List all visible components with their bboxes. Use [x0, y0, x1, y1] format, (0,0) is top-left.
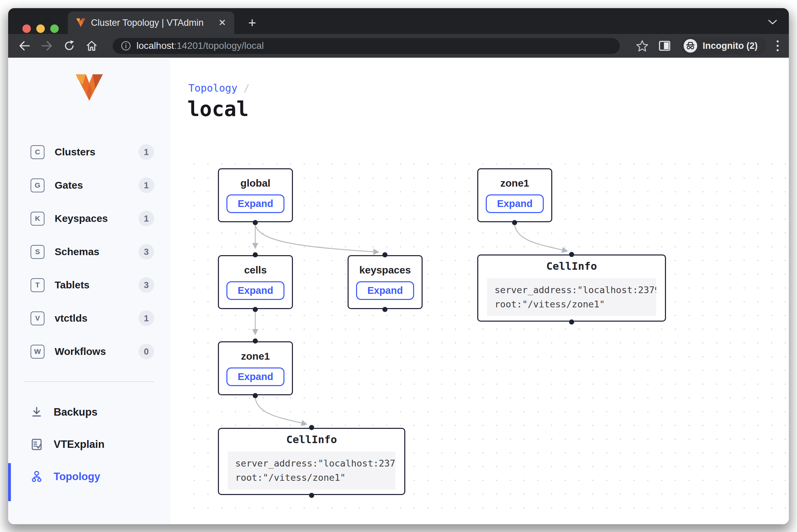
expand-cells-button[interactable]: Expand	[226, 281, 284, 300]
expand-zone1-right-button[interactable]: Expand	[486, 194, 544, 213]
count-badge: 1	[138, 211, 154, 226]
node-title: CellInfo	[286, 433, 337, 445]
window-controls	[22, 24, 59, 33]
sidebar-item-backups[interactable]: Backups	[8, 397, 170, 428]
count-badge: 1	[138, 144, 154, 160]
sidebar-item-vtctlds[interactable]: V vtctlds 1	[8, 302, 170, 335]
sidebar-item-label: vtctlds	[55, 312, 88, 324]
browser-menu-icon[interactable]	[777, 40, 779, 51]
sidebar-item-schemas[interactable]: S Schemas 3	[8, 235, 170, 268]
node-zone1-bottom[interactable]: zone1 Expand	[218, 341, 293, 395]
close-window-button[interactable]	[22, 24, 31, 33]
vtctlds-letter-icon: V	[31, 311, 44, 325]
node-title: CellInfo	[546, 260, 597, 272]
home-icon[interactable]	[86, 40, 98, 52]
gates-letter-icon: G	[31, 178, 44, 192]
new-tab-button[interactable]: +	[243, 14, 261, 32]
count-badge: 1	[138, 310, 154, 326]
node-cellinfo-bottom[interactable]: CellInfo server_address:"localhost:2379"…	[218, 428, 405, 495]
schemas-letter-icon: S	[31, 245, 44, 259]
sidebar-item-label: VTExplain	[54, 438, 105, 451]
node-cellinfo-right[interactable]: CellInfo server_address:"localhost:2379"…	[477, 254, 666, 322]
active-item-indicator	[8, 463, 11, 501]
back-icon[interactable]	[18, 40, 31, 52]
count-badge: 0	[138, 344, 154, 359]
cellinfo-code-line: server_address:"localhost:2379"	[495, 283, 649, 297]
node-zone1-right[interactable]: zone1 Expand	[477, 168, 552, 222]
sidebar-item-label: Topology	[54, 471, 100, 483]
breadcrumb-separator: /	[244, 82, 250, 94]
bookmark-star-icon[interactable]	[636, 40, 648, 52]
sidebar-item-gates[interactable]: G Gates 1	[8, 169, 170, 202]
sidebar-item-keyspaces[interactable]: K Keyspaces 1	[8, 202, 170, 235]
sidebar-item-label: Keyspaces	[55, 213, 108, 224]
tab-title: Cluster Topology | VTAdmin	[91, 18, 213, 28]
node-global[interactable]: global Expand	[218, 168, 293, 222]
browser-window: Cluster Topology | VTAdmin ✕ + localhost…	[8, 8, 789, 524]
browser-tab[interactable]: Cluster Topology | VTAdmin ✕	[68, 12, 234, 34]
cellinfo-code-line: root:"/vitess/zone1"	[235, 471, 388, 485]
sidebar: C Clusters 1 G Gates 1 K Keyspaces 1 S S…	[8, 58, 170, 524]
incognito-badge[interactable]: Incognito (2)	[681, 37, 766, 55]
reload-icon[interactable]	[63, 40, 75, 52]
minimize-window-button[interactable]	[36, 24, 45, 33]
tablets-letter-icon: T	[31, 278, 44, 292]
download-icon	[30, 405, 43, 419]
url-text: localhost:14201/topology/local	[136, 40, 264, 51]
page-content: C Clusters 1 G Gates 1 K Keyspaces 1 S S…	[8, 58, 789, 524]
cellinfo-code: server_address:"localhost:2379" root:"/v…	[228, 452, 395, 490]
node-keyspaces[interactable]: keyspaces Expand	[348, 255, 423, 309]
sidebar-item-label: Clusters	[55, 146, 95, 158]
node-label: global	[240, 177, 270, 189]
incognito-label: Incognito (2)	[703, 41, 758, 51]
expand-keyspaces-button[interactable]: Expand	[356, 281, 414, 300]
node-label: zone1	[500, 177, 529, 189]
count-badge: 3	[138, 244, 154, 260]
sidebar-item-label: Workflows	[55, 346, 106, 357]
side-panel-icon[interactable]	[659, 40, 671, 52]
url-path: :14201/topology/local	[174, 40, 264, 51]
sidebar-item-label: Tablets	[55, 279, 90, 291]
sidebar-item-label: Backups	[54, 406, 97, 418]
sidebar-item-tablets[interactable]: T Tablets 3	[8, 268, 170, 302]
expand-global-button[interactable]: Expand	[226, 194, 284, 213]
tab-strip: Cluster Topology | VTAdmin ✕ +	[8, 8, 789, 34]
keyspaces-letter-icon: K	[31, 212, 44, 226]
topology-page: Topology / local global Expand zone1 Exp…	[170, 58, 789, 524]
cellinfo-code-line: root:"/vitess/zone1"	[495, 297, 649, 311]
cellinfo-code: server_address:"localhost:2379" root:"/v…	[487, 278, 656, 316]
count-badge: 1	[138, 177, 154, 193]
sidebar-divider	[24, 381, 154, 382]
vitess-favicon-icon	[76, 18, 86, 27]
url-host: localhost	[136, 40, 174, 51]
sidebar-item-clusters[interactable]: C Clusters 1	[8, 135, 170, 169]
node-label: keyspaces	[359, 264, 411, 276]
incognito-icon	[684, 39, 697, 53]
node-label: zone1	[241, 350, 270, 362]
sidebar-item-vtexplain[interactable]: VTExplain	[8, 429, 170, 460]
count-badge: 3	[138, 277, 154, 293]
browser-toolbar: localhost:14201/topology/local Incognito…	[8, 34, 789, 58]
url-bar[interactable]: localhost:14201/topology/local	[113, 38, 620, 54]
close-tab-icon[interactable]: ✕	[218, 18, 226, 27]
vitess-logo	[75, 74, 104, 101]
node-cells[interactable]: cells Expand	[218, 255, 293, 309]
clusters-letter-icon: C	[31, 145, 44, 159]
zoom-window-button[interactable]	[50, 24, 59, 33]
breadcrumb-topology-link[interactable]: Topology	[188, 82, 238, 94]
site-info-icon[interactable]	[121, 41, 131, 51]
workflows-letter-icon: W	[31, 345, 44, 359]
cellinfo-code-line: server_address:"localhost:2379"	[235, 456, 388, 471]
topology-icon	[30, 470, 43, 483]
sidebar-item-workflows[interactable]: W Workflows 0	[8, 335, 170, 368]
expand-zone1-bottom-button[interactable]: Expand	[226, 367, 284, 386]
chevron-down-icon[interactable]	[765, 16, 780, 28]
sidebar-item-label: Gates	[55, 179, 83, 191]
node-label: cells	[244, 264, 267, 276]
sidebar-item-topology[interactable]: Topology	[8, 461, 170, 492]
breadcrumb: Topology /	[188, 82, 250, 94]
forward-icon[interactable]	[41, 40, 53, 52]
sidebar-item-label: Schemas	[55, 246, 99, 258]
document-check-icon	[30, 438, 43, 451]
page-title: local	[187, 97, 249, 121]
